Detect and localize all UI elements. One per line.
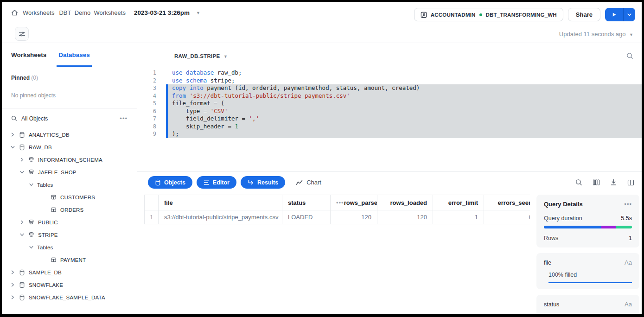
column-header-error_limit[interactable]: error_limit xyxy=(433,195,484,210)
tree-item-customers[interactable]: CUSTOMERS xyxy=(2,191,137,203)
column-stats-card-file[interactable]: fileAa100% filled xyxy=(536,253,639,289)
column-header-rows_loaded[interactable]: rows_loaded xyxy=(377,195,433,210)
sidebar-tab-databases[interactable]: Databases xyxy=(58,43,90,67)
run-options-button[interactable] xyxy=(623,8,635,21)
results-tab-chart[interactable]: Chart xyxy=(296,179,321,186)
worksheet-main: RAW_DB.STRIPE ▼ 1use database raw_db;2us… xyxy=(137,43,642,313)
code-line-6[interactable]: 6 type = 'CSV' xyxy=(137,108,642,115)
table-row[interactable]: 1s3://dbt-tutorial-public/stripe_payment… xyxy=(145,210,530,224)
timestamp-caret-icon[interactable]: ▼ xyxy=(196,11,200,15)
chevron-right-icon[interactable] xyxy=(10,295,15,299)
column-header-errors_seen[interactable]: errors_seen xyxy=(484,195,530,210)
line-number: 3 xyxy=(137,84,156,92)
chevron-down-icon[interactable] xyxy=(19,233,24,237)
sidebar-tab-worksheets[interactable]: Worksheets xyxy=(11,43,46,67)
editor-context-selector[interactable]: RAW_DB.STRIPE ▼ xyxy=(174,53,228,59)
code-line-2[interactable]: 2use schema stripe; xyxy=(137,77,642,85)
line-number: 5 xyxy=(137,100,156,108)
worksheet-timestamp[interactable]: 2023-03-21 3:26pm xyxy=(134,9,190,16)
query-details-menu-button[interactable]: ••• xyxy=(624,201,632,208)
column-stats-card-status[interactable]: statusAa100% filled xyxy=(536,295,639,313)
tree-item-label: STRIPE xyxy=(38,232,58,238)
tree-item-snowflake[interactable]: SNOWFLAKE xyxy=(2,279,137,291)
run-button[interactable] xyxy=(605,8,623,21)
cell-rows_loaded[interactable]: 120 xyxy=(377,210,433,224)
tree-item-tables[interactable]: Tables xyxy=(2,178,137,191)
code-line-5[interactable]: 5file_format = ( xyxy=(137,100,642,108)
tree-item-tables[interactable]: Tables xyxy=(2,241,137,254)
chevron-down-icon[interactable] xyxy=(10,145,15,149)
results-tab-results[interactable]: Results xyxy=(241,176,285,189)
tree-item-stripe[interactable]: STRIPE xyxy=(2,228,137,241)
sidebar: WorksheetsDatabases Pinned (0) No pinned… xyxy=(2,43,137,313)
tree-item-label: ORDERS xyxy=(60,207,83,213)
chevron-down-icon[interactable] xyxy=(19,170,24,174)
cell-file[interactable]: s3://dbt-tutorial-public/stripe_payments… xyxy=(159,210,282,224)
breadcrumb-worksheet-name[interactable]: DBT_Demo_Worksheets xyxy=(59,9,126,16)
objects-menu-button[interactable]: ••• xyxy=(120,115,128,122)
tree-item-analytics_db[interactable]: ANALYTICS_DB xyxy=(2,128,137,141)
tree-item-jaffle_shop[interactable]: JAFFLE_SHOP xyxy=(2,166,137,178)
updated-status[interactable]: Updated 11 seconds ago ▼ xyxy=(559,31,633,38)
search-icon[interactable] xyxy=(575,179,582,186)
warehouse-status-dot xyxy=(479,13,482,16)
search-icon[interactable] xyxy=(11,115,17,121)
worksheet-filters-button[interactable] xyxy=(15,27,29,41)
tree-item-orders[interactable]: ORDERS xyxy=(2,203,137,216)
chart-line-icon xyxy=(296,180,303,185)
chevron-down-icon[interactable] xyxy=(29,183,33,187)
cell-errors_seen[interactable]: 0 xyxy=(484,210,530,224)
table-icon xyxy=(50,257,57,263)
download-icon[interactable] xyxy=(610,179,617,186)
object-search-input[interactable]: All Objects xyxy=(21,115,115,122)
chevron-down-icon[interactable] xyxy=(29,245,33,249)
split-view-icon[interactable] xyxy=(627,179,634,186)
chevron-right-icon[interactable] xyxy=(19,158,24,162)
chevron-right-icon[interactable] xyxy=(19,220,24,224)
sql-editor[interactable]: 1use database raw_db;2use schema stripe;… xyxy=(137,69,642,138)
columns-icon[interactable] xyxy=(593,179,600,186)
tree-item-raw_db[interactable]: RAW_DB xyxy=(2,141,137,153)
query-duration-value: 5.5s xyxy=(621,215,632,222)
line-number: 4 xyxy=(137,92,156,100)
tree-item-sample_db[interactable]: SAMPLE_DB xyxy=(2,266,137,279)
column-header-status[interactable]: status xyxy=(282,195,331,210)
hidden-columns-indicator[interactable]: ••• xyxy=(336,199,344,206)
duration-segment-2 xyxy=(616,226,632,228)
breadcrumb-worksheets[interactable]: Worksheets xyxy=(23,9,54,16)
column-header-rows_parsed[interactable]: •••rows_parsed xyxy=(331,195,377,210)
code-line-7[interactable]: 7 field_delimiter = ',' xyxy=(137,115,642,123)
tree-item-label: PAYMENT xyxy=(60,257,86,263)
role-warehouse-selector[interactable]: ACCOUNTADMIN DBT_TRANSFORMING_WH xyxy=(414,8,563,21)
share-button[interactable]: Share xyxy=(568,8,600,21)
code-line-9[interactable]: 9); xyxy=(137,130,642,138)
chevron-right-icon[interactable] xyxy=(10,270,15,274)
tree-item-snowflake_sample_data[interactable]: SNOWFLAKE_SAMPLE_DATA xyxy=(2,291,137,304)
rows-value: 1 xyxy=(629,235,632,241)
cell-status[interactable]: LOADED xyxy=(282,210,331,224)
chevron-right-icon[interactable] xyxy=(10,283,15,287)
tree-item-label: Tables xyxy=(37,245,53,250)
code-line-1[interactable]: 1use database raw_db; xyxy=(137,69,642,77)
sidebar-tabs: WorksheetsDatabases xyxy=(2,43,137,67)
code-line-8[interactable]: 8 skip_header = 1 xyxy=(137,123,642,131)
results-tab-objects[interactable]: Objects xyxy=(148,176,192,189)
tree-item-public[interactable]: PUBLIC xyxy=(2,216,137,228)
chevron-right-icon[interactable] xyxy=(10,133,15,137)
cell-rows_parsed[interactable]: 120 xyxy=(331,210,377,224)
duration-segment-0 xyxy=(544,226,601,228)
tree-item-information_schema[interactable]: INFORMATION_SCHEMA xyxy=(2,153,137,166)
column-header-file[interactable]: file xyxy=(159,195,282,210)
warehouse-label: DBT_TRANSFORMING_WH xyxy=(486,12,557,18)
schema-icon xyxy=(28,232,34,238)
schema-icon xyxy=(28,157,34,163)
home-icon[interactable] xyxy=(11,9,18,16)
code-line-4[interactable]: 4from 's3://dbt-tutorial-public/stripe_p… xyxy=(137,92,642,100)
database-icon xyxy=(19,294,25,301)
tree-item-payment[interactable]: PAYMENT xyxy=(2,254,137,266)
results-tab-editor[interactable]: Editor xyxy=(197,176,236,189)
chevron-down-icon xyxy=(627,12,632,17)
code-line-3[interactable]: 3copy into payment (id, orderid, payment… xyxy=(137,84,642,92)
cell-error_limit[interactable]: 1 xyxy=(433,210,484,224)
editor-search-icon[interactable] xyxy=(626,52,633,61)
